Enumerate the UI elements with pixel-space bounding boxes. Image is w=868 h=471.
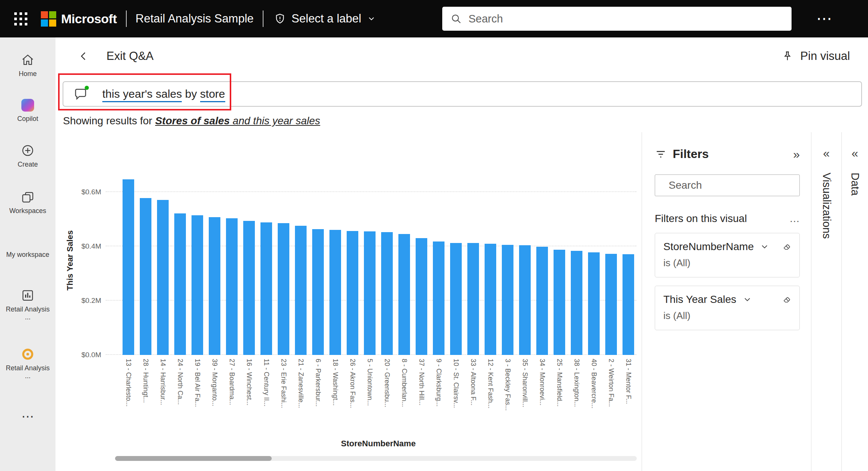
chart-bar[interactable] [123, 179, 134, 355]
chart-bar[interactable] [605, 254, 617, 355]
scrollbar-thumb[interactable] [115, 456, 272, 461]
expand-data-icon[interactable]: « [852, 147, 858, 159]
x-axis-label: 35 - Sharonvill... [519, 359, 531, 434]
top-app-bar: Microsoft Retail Analysis Sample Select … [0, 0, 868, 37]
app-launcher-icon[interactable] [14, 12, 27, 25]
copilot-icon [21, 99, 34, 112]
filter-funnel-icon [655, 148, 667, 160]
chart-bar[interactable] [485, 244, 496, 355]
chart-bar[interactable] [347, 231, 358, 355]
chart-bar[interactable] [433, 241, 444, 355]
x-axis-label: 18 - Washingt... [329, 359, 341, 434]
qa-interpretation-bold: Stores of sales [155, 115, 230, 127]
y-axis-tick-label: $0.2M [81, 297, 101, 305]
chart-bar[interactable] [209, 217, 220, 355]
main-content: Exit Q&A Pin visual this year's sales [55, 37, 868, 471]
filters-more-options-icon[interactable]: … [789, 216, 800, 221]
x-axis-label: 5 - Uniontown... [364, 359, 376, 434]
x-axis-label: 27 - Boardma... [226, 359, 238, 434]
x-axis-label: 9 - Clarksburg... [433, 359, 444, 434]
sidebar-item-label: Retail Analysis ... [4, 364, 52, 380]
sidebar-item-create[interactable]: Create [4, 144, 52, 168]
chart-bar[interactable] [140, 198, 151, 355]
collapse-filters-icon[interactable]: » [793, 148, 800, 160]
chevron-down-icon[interactable] [760, 242, 769, 252]
x-axis-label: 40 - Beavercre... [588, 359, 600, 434]
filter-card-header[interactable]: StoreNumberName [663, 241, 792, 253]
chart-bar[interactable] [381, 232, 393, 355]
bar-chart-visual: This Year Sales $0.0M$0.2M$0.4M$0.6M 13 … [55, 132, 642, 471]
back-button[interactable] [78, 51, 89, 62]
x-axis-label: 25 - Mansfield... [554, 359, 565, 434]
chart-bar[interactable] [329, 230, 341, 355]
chart-bar[interactable] [260, 222, 272, 355]
filter-card-header[interactable]: This Year Sales [663, 294, 792, 306]
chart-bar[interactable] [243, 221, 255, 355]
chart-bar[interactable] [416, 238, 427, 355]
pin-visual-button[interactable]: Pin visual [781, 49, 850, 63]
chart-bar[interactable] [157, 200, 169, 355]
sidebar-item-retail-analysis-report[interactable]: Retail Analysis ... [4, 289, 52, 321]
y-axis-tick-label: $0.0M [81, 351, 101, 359]
brand-name: Microsoft [61, 12, 117, 26]
clear-filter-eraser-icon[interactable] [782, 295, 792, 304]
data-pane-collapsed: « Data [841, 132, 868, 471]
global-search-input[interactable] [468, 12, 783, 25]
home-icon [21, 53, 34, 67]
chart-bar[interactable] [295, 226, 307, 355]
sidebar-item-label: Home [19, 70, 37, 78]
sidebar-item-retail-analysis-dataset[interactable]: Retail Analysis ... [4, 347, 52, 380]
qa-interpretation: Showing results for Stores of sales and … [63, 115, 868, 127]
chart-bar[interactable] [312, 229, 324, 355]
qa-interpretation-link[interactable]: Stores of sales and this year sales [155, 115, 320, 127]
microsoft-logo[interactable]: Microsoft [41, 11, 117, 27]
chart-bar[interactable] [571, 251, 582, 355]
y-axis-tick-label: $0.6M [81, 188, 101, 196]
chart-bar[interactable] [519, 245, 531, 355]
x-axis-label: 38 - Lexington... [571, 359, 582, 434]
sensitivity-label-selector[interactable]: Select a label [274, 12, 376, 25]
visualizations-pane-label[interactable]: Visualizations [820, 173, 833, 239]
chart-bar[interactable] [278, 223, 289, 355]
x-axis-label: 6 - Parkersbur... [312, 359, 324, 434]
chart-bar[interactable] [226, 218, 238, 355]
sidebar-more-icon[interactable]: ⋯ [21, 410, 34, 423]
chart-bar[interactable] [398, 234, 410, 355]
expand-visualizations-icon[interactable]: « [823, 147, 830, 159]
header-divider [263, 10, 263, 27]
dataset-icon [21, 347, 34, 361]
chart-bar[interactable] [450, 243, 462, 355]
chart-bar[interactable] [536, 247, 548, 355]
chart-bar[interactable] [364, 231, 376, 355]
clear-filter-eraser-icon[interactable] [782, 242, 792, 252]
global-search[interactable] [442, 7, 792, 31]
sidebar-item-workspaces[interactable]: Workspaces [4, 190, 52, 215]
sidebar-item-home[interactable]: Home [4, 53, 52, 78]
chevron-down-icon[interactable] [742, 295, 752, 304]
chart-bar[interactable] [467, 243, 479, 355]
chart-bar[interactable] [554, 250, 565, 355]
qa-question-input[interactable]: this year's sales by store [63, 81, 862, 107]
chart-bar[interactable] [623, 254, 634, 355]
chart-bar[interactable] [588, 252, 600, 355]
chart-bar[interactable] [174, 213, 186, 355]
y-axis-ticks: $0.0M$0.2M$0.4M$0.6M [79, 166, 106, 355]
data-pane-label[interactable]: Data [849, 173, 861, 195]
sidebar-item-my-workspace[interactable]: My workspace [4, 251, 52, 259]
filters-search-input[interactable] [668, 179, 805, 192]
sidebar-item-label: Workspaces [9, 207, 46, 215]
filters-section-label: Filters on this visual [655, 213, 747, 225]
x-axis-label: 39 - Morganto... [209, 359, 220, 434]
filters-search[interactable] [655, 174, 800, 196]
x-axis-label: 37 - North Hill... [416, 359, 427, 434]
chart-horizontal-scrollbar[interactable] [115, 456, 637, 461]
x-axis-label: 28 - Huntingt... [140, 359, 151, 434]
header-divider [126, 10, 127, 27]
qa-feedback-icon[interactable] [73, 86, 88, 101]
plus-circle-icon [21, 144, 34, 157]
search-icon [450, 13, 462, 24]
chart-bar[interactable] [192, 215, 203, 355]
chart-bar[interactable] [502, 245, 513, 355]
sidebar-item-copilot[interactable]: Copilot [4, 99, 52, 123]
header-more-options-icon[interactable]: ⋯ [816, 11, 832, 27]
